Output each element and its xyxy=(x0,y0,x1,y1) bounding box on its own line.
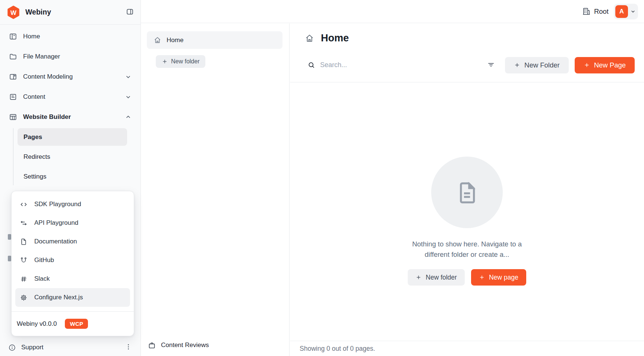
sidebar-subitem-redirects[interactable]: Redirects xyxy=(18,148,127,166)
version-label: Webiny v0.0.0 xyxy=(17,320,57,328)
main-content: Home New Folder New Page xyxy=(290,23,644,356)
new-folder-chip-button[interactable]: New folder xyxy=(156,55,205,68)
folder-tree-panel: Home New folder Content Reviews xyxy=(141,23,290,356)
wcp-badge: WCP xyxy=(65,319,88,329)
folder-icon xyxy=(9,53,17,61)
sidebar-item-website-builder[interactable]: Website Builder xyxy=(0,107,141,127)
menu-item-label: SDK Playground xyxy=(34,201,81,208)
menu-item-sdk-playground[interactable]: SDK Playground xyxy=(15,195,130,214)
sidebar-item-label: Website Builder xyxy=(23,113,71,121)
sidebar-item-label: File Manager xyxy=(23,53,60,60)
avatar: A xyxy=(615,5,628,18)
empty-state-message: Nothing to show here. Navigate to a diff… xyxy=(412,239,522,260)
collapse-sidebar-icon[interactable] xyxy=(126,8,134,17)
topbar: Root A xyxy=(141,0,644,23)
sidebar-subitem-settings[interactable]: Settings xyxy=(18,168,127,185)
menu-item-configure-nextjs[interactable]: Configure Next.js xyxy=(15,288,130,307)
tenant-selector[interactable]: Root xyxy=(582,7,609,16)
empty-state-illustration xyxy=(431,157,503,228)
sidebar-item-support[interactable]: Support xyxy=(0,339,140,356)
document-icon xyxy=(455,180,479,205)
building-icon xyxy=(582,7,591,16)
new-page-button[interactable]: New Page xyxy=(575,57,635,73)
chevron-down-icon xyxy=(125,73,132,80)
filter-icon[interactable] xyxy=(487,60,495,70)
briefcase-icon xyxy=(148,341,156,349)
new-folder-button-label: New Folder xyxy=(524,61,560,69)
home-icon xyxy=(154,36,161,44)
website-builder-icon xyxy=(9,113,17,121)
chevron-up-icon xyxy=(125,114,132,120)
swap-arrows-icon xyxy=(20,219,28,227)
webiny-logo-icon: W xyxy=(7,6,20,19)
sidebar-item-content-modeling[interactable]: Content Modeling xyxy=(0,67,141,87)
page-header: Home xyxy=(305,32,349,44)
chevron-down-icon xyxy=(125,94,132,100)
folder-tree-item-label: Home xyxy=(167,37,183,44)
menu-item-label: Documentation xyxy=(34,238,77,245)
sidebar-subitem-pages[interactable]: Pages xyxy=(18,128,127,146)
dots-vertical-icon[interactable] xyxy=(125,343,132,352)
folder-tree-item-home[interactable]: Home xyxy=(147,31,282,49)
git-icon xyxy=(20,256,28,264)
search-input[interactable] xyxy=(320,61,487,69)
menu-item-github[interactable]: GitHub xyxy=(15,251,130,270)
plus-icon xyxy=(584,62,590,68)
content-modeling-icon xyxy=(9,73,17,81)
sidebar-item-file-manager[interactable]: File Manager xyxy=(0,47,141,67)
empty-state-message-line1: Nothing to show here. Navigate to a xyxy=(412,239,522,249)
gear-icon xyxy=(20,294,28,302)
empty-state: Nothing to show here. Navigate to a diff… xyxy=(290,157,644,286)
tenant-label: Root xyxy=(594,7,609,16)
plus-icon xyxy=(416,274,422,280)
support-label: Support xyxy=(21,344,44,351)
about-popup-menu: SDK Playground API Playground Documentat… xyxy=(11,191,134,336)
document-icon xyxy=(20,238,28,246)
empty-state-actions: New folder New page xyxy=(408,269,526,286)
empty-new-folder-button-label: New folder xyxy=(426,274,457,281)
list-footer: Showing 0 out of 0 pages. xyxy=(290,341,644,356)
pagination-status: Showing 0 out of 0 pages. xyxy=(300,345,375,353)
plus-icon xyxy=(479,274,485,280)
menu-item-label: API Playground xyxy=(34,219,78,227)
new-folder-button[interactable]: New Folder xyxy=(505,57,569,73)
dashboard-icon xyxy=(9,32,17,41)
info-icon xyxy=(8,344,16,352)
code-icon xyxy=(20,201,28,208)
home-icon xyxy=(305,34,314,43)
user-menu[interactable]: A xyxy=(614,4,638,19)
plus-icon xyxy=(162,59,168,64)
empty-new-folder-button[interactable]: New folder xyxy=(408,269,465,286)
sidebar-item-label: Content xyxy=(23,93,45,101)
hash-icon xyxy=(20,275,28,283)
menu-item-label: Slack xyxy=(34,275,50,283)
menu-item-api-playground[interactable]: API Playground xyxy=(15,214,130,232)
empty-state-message-line2: different folder or create a... xyxy=(412,249,522,260)
empty-new-page-button-label: New page xyxy=(489,274,518,281)
empty-new-page-button[interactable]: New page xyxy=(471,269,526,286)
sidebar-nav: Home File Manager Content Modeling xyxy=(0,25,141,185)
content-reviews-item[interactable]: Content Reviews xyxy=(148,338,209,352)
menu-item-slack[interactable]: Slack xyxy=(15,270,130,288)
sidebar-subitem-label: Redirects xyxy=(23,153,50,161)
chevron-down-icon xyxy=(630,9,636,14)
sidebar-item-label: Home xyxy=(23,33,40,40)
page-title: Home xyxy=(321,32,349,44)
sidebar-header: W Webiny xyxy=(0,0,141,25)
obscured-icon-fragment xyxy=(8,256,11,261)
sidebar-item-content[interactable]: Content xyxy=(0,87,141,107)
new-folder-chip-label: New folder xyxy=(171,58,199,65)
toolbar: New Folder New Page xyxy=(290,48,644,82)
obscured-icon-fragment xyxy=(8,234,11,240)
content-reviews-label: Content Reviews xyxy=(161,341,209,349)
website-builder-submenu: Pages Redirects Settings xyxy=(13,128,127,185)
menu-item-documentation[interactable]: Documentation xyxy=(15,232,130,251)
app-title: Webiny xyxy=(25,8,51,16)
sidebar-item-home[interactable]: Home xyxy=(0,26,141,47)
sidebar-subitem-label: Settings xyxy=(23,173,46,180)
sidebar-item-label: Content Modeling xyxy=(23,73,73,81)
webiny-admin-app: W Webiny Home File Manager xyxy=(0,0,644,356)
menu-item-label: GitHub xyxy=(34,256,54,264)
svg-text:W: W xyxy=(10,9,17,16)
content-icon xyxy=(9,93,17,101)
